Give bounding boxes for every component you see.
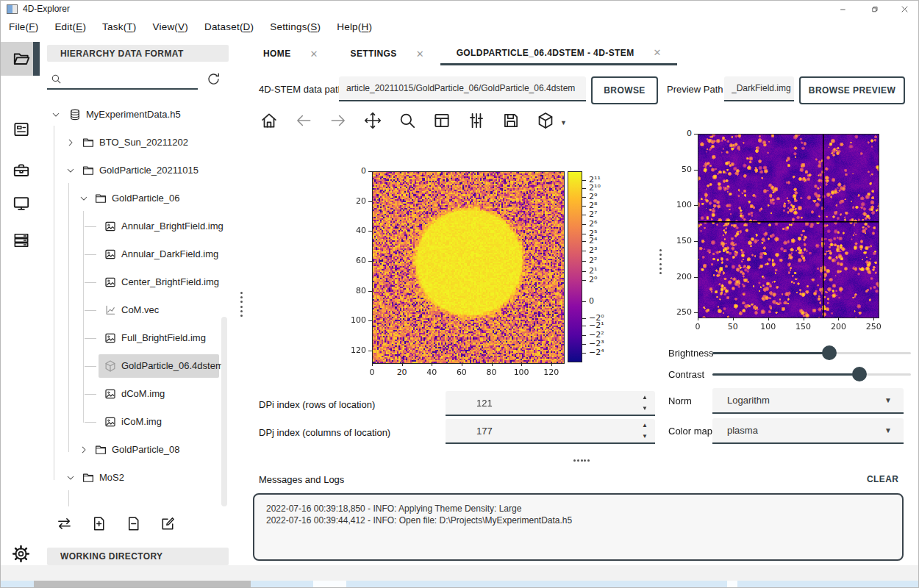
y-tick-mark xyxy=(368,171,372,172)
colorbar-tick-mark xyxy=(582,197,586,198)
tree-item-myexperimentdata-h5[interactable]: MyExperimentData.h5 xyxy=(41,101,229,129)
tree-item-label: iCoM.img xyxy=(121,416,162,427)
dpj-input[interactable] xyxy=(475,425,566,437)
gear-icon[interactable] xyxy=(11,544,31,564)
log-output[interactable]: 2022-07-16 00:39:18,850 - INFO: Applying… xyxy=(253,493,904,561)
slider-handle[interactable] xyxy=(822,345,837,360)
tree-item-label: MyExperimentData.h5 xyxy=(86,109,181,120)
chevron-down-icon[interactable] xyxy=(65,165,76,176)
colorbar-tick-mark xyxy=(582,344,586,345)
chevron-down-icon[interactable] xyxy=(51,110,61,120)
tree-item-icom-img[interactable]: iCoM.img xyxy=(41,408,229,436)
tree-item-label: GoldParticle_06.4dstem xyxy=(121,360,224,371)
clear-logs-button[interactable]: CLEAR xyxy=(867,474,898,484)
rail-item-id-card[interactable] xyxy=(1,112,41,146)
swap-icon[interactable] xyxy=(56,515,73,532)
tree-item-center-brightfield-img[interactable]: Center_BrightField.img xyxy=(41,268,229,296)
minimize-button[interactable] xyxy=(831,1,856,17)
left-splitter-handle[interactable] xyxy=(240,292,243,317)
rail-item-monitor[interactable] xyxy=(1,187,41,220)
browse-preview-button[interactable]: BROWSE PREVIEW xyxy=(799,76,905,104)
chevron-down-icon[interactable] xyxy=(65,473,76,483)
menu-file[interactable]: File(F) xyxy=(9,21,38,32)
tree-item-label: GoldParticle_08 xyxy=(112,444,180,455)
toolbar-home-icon[interactable] xyxy=(260,111,279,130)
tab-close-icon[interactable]: ✕ xyxy=(310,49,318,60)
toolbar-cube-icon[interactable] xyxy=(536,111,555,130)
tab-home[interactable]: HOME✕ xyxy=(247,42,335,65)
horizontal-scrollbar-thumb[interactable] xyxy=(34,581,251,588)
x-tick-label: 120 xyxy=(538,368,565,377)
norm-select[interactable]: Logarithm ▼ xyxy=(712,388,904,414)
tree-item-goldparticle-20211015[interactable]: GoldParticle_20211015 xyxy=(41,157,229,184)
bottom-splitter-handle[interactable] xyxy=(573,459,590,462)
toolbar-arrow-left-icon[interactable] xyxy=(294,111,313,130)
edit-document-icon[interactable] xyxy=(160,515,176,532)
dpj-up-arrow[interactable]: ▲ xyxy=(642,423,648,429)
rail-item-server[interactable] xyxy=(1,223,41,257)
tree-item-goldparticle-06-4dstem[interactable]: GoldParticle_06.4dstem xyxy=(41,352,229,380)
colormap-select[interactable]: plasma ▼ xyxy=(712,418,904,444)
tab-label: GOLDPARTICLE_06.4DSTEM - 4D-STEM xyxy=(457,48,634,58)
dpi-input[interactable] xyxy=(475,397,566,409)
tree-item-goldparticle-08[interactable]: GoldParticle_08 xyxy=(41,436,229,464)
toolbar-pan-icon[interactable] xyxy=(363,111,382,130)
browse-button[interactable]: BROWSE xyxy=(591,76,658,104)
toolbar-tune-icon[interactable] xyxy=(467,111,486,130)
y-tick-mark xyxy=(368,291,372,292)
tree-scrollbar[interactable] xyxy=(221,317,227,506)
tree-item-bto-sun-20211202[interactable]: BTO_Sun_20211202 xyxy=(41,129,229,157)
toolbox-icon xyxy=(12,161,31,180)
refresh-icon[interactable] xyxy=(206,71,221,87)
restore-button[interactable] xyxy=(862,1,887,17)
slider-handle[interactable] xyxy=(852,367,867,381)
right-splitter-handle[interactable] xyxy=(659,249,662,274)
close-button[interactable] xyxy=(892,1,917,17)
toolbar-dropdown-caret[interactable]: ▼ xyxy=(560,119,567,126)
toolbar-arrow-right-icon[interactable] xyxy=(329,111,348,130)
search-input[interactable] xyxy=(65,71,197,89)
menu-dataset[interactable]: Dataset(D) xyxy=(204,21,254,32)
preview-path-input[interactable] xyxy=(724,76,794,101)
diffraction-plot-canvas[interactable] xyxy=(372,171,565,364)
tree-item-goldparticle-06[interactable]: GoldParticle_06 xyxy=(41,184,229,212)
tree-item-annular-brightfield-img[interactable]: Annular_BrightField.img xyxy=(41,212,229,240)
tree-item-com-vec[interactable]: CoM.vec xyxy=(41,296,229,324)
toolbar-save-icon[interactable] xyxy=(501,111,521,130)
rail-item-toolbox[interactable] xyxy=(1,154,41,187)
chevron-right-icon[interactable] xyxy=(65,137,76,148)
dpi-up-arrow[interactable]: ▲ xyxy=(642,395,648,401)
remove-document-icon[interactable] xyxy=(125,515,142,532)
colorbar-tick-label: 2¹⁰ xyxy=(589,183,601,193)
x-tick-mark xyxy=(372,362,373,366)
dpj-down-arrow[interactable]: ▼ xyxy=(642,434,648,440)
tree-item-mos2[interactable]: MoS2 xyxy=(41,464,229,492)
tab-settings[interactable]: SETTINGS✕ xyxy=(335,42,440,65)
toolbar-zoom-icon[interactable] xyxy=(398,111,417,130)
tab-close-icon[interactable]: ✕ xyxy=(654,47,662,58)
menu-settings[interactable]: Settings(S) xyxy=(270,21,321,32)
menu-view[interactable]: View(V) xyxy=(153,21,188,32)
menu-help[interactable]: Help(H) xyxy=(337,21,372,32)
data-path-input[interactable] xyxy=(339,76,586,101)
tab-goldparticle-06-4dstem-4d-stem[interactable]: GOLDPARTICLE_06.4DSTEM - 4D-STEM✕ xyxy=(440,42,678,65)
preview-plot-canvas[interactable] xyxy=(698,134,879,318)
database-icon xyxy=(68,108,82,121)
toolbar-layout-icon[interactable] xyxy=(432,111,451,130)
image-icon xyxy=(104,220,117,233)
tree-item-full-brightfield-img[interactable]: Full_BrightField.img xyxy=(41,324,229,352)
x-tick-label: 100 xyxy=(755,322,782,331)
chevron-right-icon[interactable] xyxy=(79,445,89,455)
tab-close-icon[interactable]: ✕ xyxy=(416,49,424,60)
chevron-down-icon[interactable] xyxy=(79,193,89,204)
tree-item-dcom-img[interactable]: dCoM.img xyxy=(41,380,229,408)
menu-edit[interactable]: Edit(E) xyxy=(54,21,86,32)
add-document-icon[interactable] xyxy=(90,515,107,532)
menu-bar: File(F)Edit(E)Task(T)View(V)Dataset(D)Se… xyxy=(1,17,919,36)
norm-label: Norm xyxy=(668,395,692,406)
dpi-down-arrow[interactable]: ▼ xyxy=(642,406,648,412)
tree-item-annular-darkfield-img[interactable]: Annular_DarkField.img xyxy=(41,240,229,268)
menu-task[interactable]: Task(T) xyxy=(102,21,136,32)
image-icon xyxy=(104,248,117,261)
rail-item-folder-open[interactable] xyxy=(1,42,33,76)
